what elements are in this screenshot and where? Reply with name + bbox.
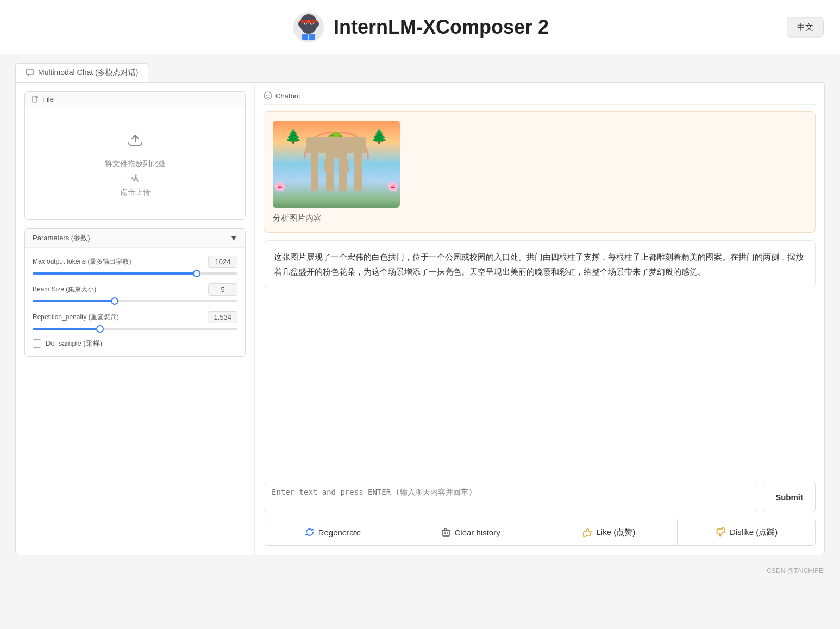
param-rep-penalty-label: Repetition_penalty (重复惩罚) — [33, 313, 119, 322]
param-rep-penalty-value[interactable]: 1.534 — [208, 311, 237, 323]
do-sample-label: Do_sample (采样) — [46, 339, 102, 348]
like-label: Like (点赞) — [597, 527, 636, 538]
arch-pillar-left — [311, 145, 318, 191]
action-bar: Regenerate Clear history — [264, 519, 816, 546]
main-container: Multimodal Chat (多模态对话) File — [0, 54, 840, 564]
chat-messages: 🌲 🌳 🌲 — [264, 111, 816, 474]
param-beam-size: Beam Size (集束大小) 5 — [33, 283, 237, 302]
input-area: Submit — [264, 482, 816, 512]
param-max-tokens-label: Max output tokens (最多输出字数) — [33, 257, 131, 266]
svg-point-14 — [264, 92, 272, 99]
svg-point-15 — [266, 95, 267, 96]
flowers-left: 🌸 — [274, 180, 286, 192]
do-sample-row[interactable]: Do_sample (采样) — [33, 339, 237, 348]
tree-left: 🌲 — [285, 129, 302, 149]
upload-text-1: 将文件拖放到此处 — [105, 159, 166, 169]
file-upload-area[interactable]: 将文件拖放到此处 - 或 - 点击上传 — [25, 107, 245, 219]
file-section: File 将文件拖放到此处 - 或 - 点击上传 — [24, 91, 246, 220]
footer: CSDN @TAICHIFEI — [0, 564, 840, 577]
file-label: File — [42, 95, 54, 103]
tab-label: Multimodal Chat (多模态对话) — [38, 68, 138, 78]
regenerate-icon — [305, 527, 315, 537]
flowers-right: 🌸 — [387, 180, 399, 192]
like-icon — [582, 527, 593, 538]
param-beam-size-label: Beam Size (集束大小) — [33, 285, 96, 294]
user-message-bubble: 🌲 🌳 🌲 — [264, 111, 816, 233]
clear-history-button[interactable]: Clear history — [402, 519, 540, 546]
language-button[interactable]: 中文 — [787, 17, 824, 38]
clear-history-label: Clear history — [455, 528, 500, 537]
param-repetition-penalty: Repetition_penalty (重复惩罚) 1.534 — [33, 311, 237, 330]
app-title: InternLM-XComposer 2 — [334, 16, 549, 39]
content-panel: File 将文件拖放到此处 - 或 - 点击上传 — [15, 82, 825, 555]
params-label: Parameters (参数) — [33, 233, 90, 243]
logo-icon — [291, 10, 326, 45]
logo-area: InternLM-XComposer 2 — [291, 10, 549, 45]
arch-pillar-right — [354, 145, 362, 191]
chatbot-label: Chatbot — [275, 92, 300, 100]
file-header: File — [25, 92, 245, 107]
upload-text-2: - 或 - — [127, 173, 143, 183]
regenerate-button[interactable]: Regenerate — [264, 519, 402, 546]
right-panel: Chatbot 🌲 🌳 🌲 — [255, 83, 824, 555]
dislike-icon — [715, 527, 726, 538]
user-image: 🌲 🌳 🌲 — [273, 121, 400, 208]
svg-point-9 — [316, 21, 319, 27]
user-message-text: 分析图片内容 — [273, 213, 806, 223]
chatbot-header: Chatbot — [264, 91, 816, 105]
svg-point-1 — [300, 14, 317, 34]
submit-button[interactable]: Submit — [763, 482, 816, 512]
chat-tab-icon — [26, 68, 34, 77]
param-beam-size-value[interactable]: 5 — [208, 283, 237, 296]
regenerate-label: Regenerate — [318, 528, 361, 537]
dislike-button[interactable]: Dislike (点踩) — [678, 519, 816, 546]
dislike-label: Dislike (点踩) — [730, 527, 778, 538]
param-max-tokens-value[interactable]: 1024 — [208, 256, 237, 268]
param-max-tokens: Max output tokens (最多输出字数) 1024 — [33, 256, 237, 275]
param-max-tokens-slider[interactable] — [33, 272, 237, 275]
svg-point-7 — [307, 20, 310, 23]
params-section: Parameters (参数) ▼ Max output tokens (最多输… — [24, 228, 246, 357]
param-beam-size-slider[interactable] — [33, 300, 237, 302]
chevron-down-icon: ▼ — [230, 234, 237, 242]
left-panel: File 将文件拖放到此处 - 或 - 点击上传 — [16, 83, 255, 555]
like-button[interactable]: Like (点赞) — [540, 519, 678, 546]
chatbot-icon — [264, 91, 272, 100]
header: InternLM-XComposer 2 中文 — [0, 0, 840, 54]
svg-rect-13 — [36, 96, 37, 98]
upload-icon — [126, 129, 145, 153]
svg-point-16 — [269, 95, 270, 96]
chat-input[interactable] — [264, 482, 757, 512]
tab-bar: Multimodal Chat (多模态对话) — [15, 63, 825, 82]
file-icon — [32, 96, 39, 103]
tree-right: 🌲 — [371, 129, 387, 149]
do-sample-checkbox[interactable] — [33, 339, 41, 348]
svg-point-8 — [298, 21, 302, 27]
footer-credit: CSDN @TAICHIFEI — [767, 567, 825, 575]
arch-gate — [306, 137, 366, 191]
params-header[interactable]: Parameters (参数) ▼ — [25, 229, 245, 248]
params-body: Max output tokens (最多输出字数) 1024 Beam Siz… — [25, 248, 245, 356]
bot-message-bubble: 这张图片展现了一个宏伟的白色拱门，位于一个公园或校园的入口处。拱门由四根柱子支撑… — [264, 240, 816, 288]
arch-scene: 🌲 🌳 🌲 — [273, 121, 400, 208]
tab-multimodal-chat[interactable]: Multimodal Chat (多模态对话) — [15, 63, 148, 82]
bot-response-text: 这张图片展现了一个宏伟的白色拱门，位于一个公园或校园的入口处。拱门由四根柱子支撑… — [274, 252, 804, 276]
trash-icon — [441, 527, 451, 537]
upload-text-3: 点击上传 — [120, 188, 151, 197]
svg-rect-17 — [443, 530, 449, 536]
param-rep-penalty-slider[interactable] — [33, 328, 237, 330]
